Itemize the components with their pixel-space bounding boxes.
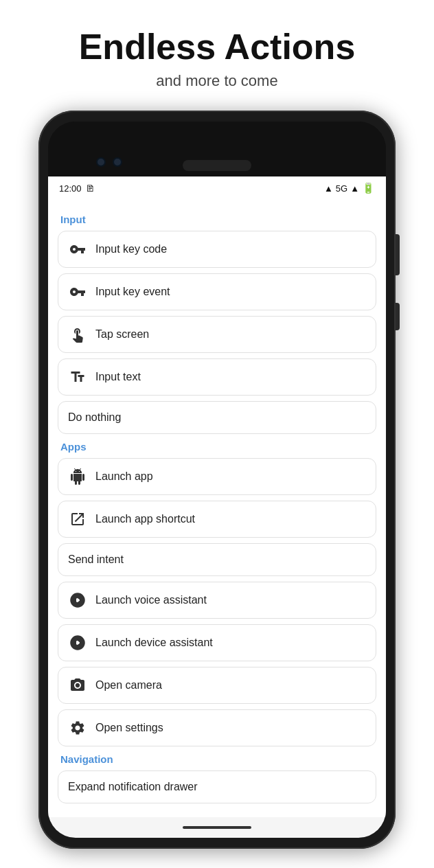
phone-outer: 12:00 🖹 ▲ 5G ▲ 🔋 Input — [38, 111, 396, 849]
section-navigation: Navigation — [60, 753, 376, 765]
action-input-key-code-label: Input key code — [95, 243, 167, 255]
text-icon — [68, 367, 87, 387]
nav-pill — [183, 826, 251, 829]
status-time: 12:00 — [59, 183, 82, 194]
action-launch-voice-assistant-label: Launch voice assistant — [95, 594, 207, 606]
voice-assistant-icon — [68, 591, 87, 610]
status-left: 12:00 🖹 — [59, 183, 95, 194]
action-open-settings[interactable]: Open settings — [58, 709, 376, 746]
phone-inner: 12:00 🖹 ▲ 5G ▲ 🔋 Input — [48, 122, 386, 838]
key-event-icon — [68, 282, 87, 301]
key-icon — [68, 240, 87, 259]
phone-wrapper: 12:00 🖹 ▲ 5G ▲ 🔋 Input — [38, 111, 396, 849]
battery-icon: 🔋 — [362, 182, 375, 194]
page-subtitle: and more to come — [79, 72, 356, 90]
action-tap-screen[interactable]: Tap screen — [58, 316, 376, 353]
action-launch-app-shortcut-label: Launch app shortcut — [95, 513, 195, 525]
action-launch-device-assistant-label: Launch device assistant — [95, 637, 213, 649]
speaker — [183, 160, 251, 171]
network-type: 5G — [336, 183, 347, 194]
action-open-settings-label: Open settings — [95, 722, 163, 734]
action-open-camera-label: Open camera — [95, 679, 162, 692]
action-expand-notification-drawer[interactable]: Expand notification drawer — [58, 770, 376, 803]
action-input-text[interactable]: Input text — [58, 358, 376, 396]
phone-top-bar — [48, 122, 386, 176]
action-input-text-label: Input text — [95, 371, 141, 383]
content-area: Input Input key code — [48, 198, 386, 817]
signal-bars-icon: ▲ — [350, 183, 359, 194]
page-header: Endless Actions and more to come — [65, 0, 369, 104]
action-launch-app-shortcut[interactable]: Launch app shortcut — [58, 501, 376, 538]
section-apps: Apps — [60, 441, 376, 453]
action-open-camera[interactable]: Open camera — [58, 667, 376, 704]
page-title: Endless Actions — [79, 27, 356, 67]
device-assistant-icon — [68, 633, 87, 652]
action-launch-app-label: Launch app — [95, 470, 153, 483]
phone-bottom-bar — [48, 817, 386, 838]
action-launch-device-assistant[interactable]: Launch device assistant — [58, 624, 376, 661]
status-bar: 12:00 🖹 ▲ 5G ▲ 🔋 — [48, 176, 386, 198]
action-send-intent[interactable]: Send intent — [58, 543, 376, 576]
action-expand-notification-drawer-label: Expand notification drawer — [68, 781, 198, 793]
camera-dot-right — [113, 157, 122, 167]
settings-icon — [68, 718, 87, 738]
action-do-nothing[interactable]: Do nothing — [58, 401, 376, 434]
action-launch-app[interactable]: Launch app — [58, 458, 376, 495]
action-launch-voice-assistant[interactable]: Launch voice assistant — [58, 582, 376, 619]
phone-cameras — [96, 157, 122, 167]
section-input: Input — [60, 214, 376, 225]
phone-screen: 12:00 🖹 ▲ 5G ▲ 🔋 Input — [48, 176, 386, 817]
action-input-key-code[interactable]: Input key code — [58, 231, 376, 268]
sim-icon: 🖹 — [86, 183, 95, 194]
action-tap-screen-label: Tap screen — [95, 328, 149, 341]
wifi-icon: ▲ — [324, 183, 333, 194]
action-input-key-event[interactable]: Input key event — [58, 273, 376, 310]
touch-icon — [68, 325, 87, 344]
camera-dot-left — [96, 157, 106, 167]
camera-icon — [68, 676, 87, 695]
action-do-nothing-label: Do nothing — [68, 411, 121, 424]
shortcut-icon — [68, 510, 87, 529]
status-right: ▲ 5G ▲ 🔋 — [324, 182, 375, 194]
action-input-key-event-label: Input key event — [95, 286, 170, 298]
action-send-intent-label: Send intent — [68, 553, 124, 566]
android-icon — [68, 467, 87, 486]
